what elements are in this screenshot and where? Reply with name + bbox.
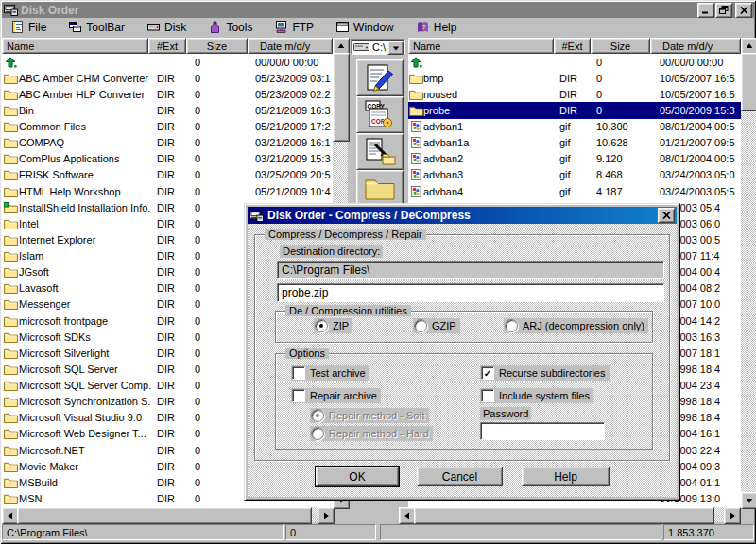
left-hscroll-right-button[interactable] xyxy=(318,507,335,524)
menu-help[interactable]: ?Help xyxy=(409,19,464,36)
directory-row[interactable]: FRISK SoftwareDIR003/25/2009 20:5 xyxy=(2,167,333,183)
options-group-label: Options xyxy=(285,348,329,359)
title-bar[interactable]: Disk Order xyxy=(2,2,754,18)
checkbox-test-archive[interactable]: Test archive xyxy=(291,366,369,381)
file-ext: DIR xyxy=(151,332,189,343)
folder-icon xyxy=(408,89,423,100)
checkbox-include-system-files[interactable]: Include system files xyxy=(480,388,593,403)
radio-zip[interactable]: ZIP xyxy=(314,318,352,333)
radio-repair-method-soft[interactable]: Repair method - Soft xyxy=(310,408,429,423)
move-button[interactable] xyxy=(356,133,404,170)
directory-row[interactable]: COMPAQDIR003/21/2009 16:1 xyxy=(2,135,333,151)
restore-button[interactable] xyxy=(715,3,732,18)
compress-group-label: Compress / Decompress / Repair xyxy=(265,229,426,240)
radio-gzip[interactable]: GZIP xyxy=(413,318,460,333)
drive-icon xyxy=(353,42,371,52)
menu-file[interactable]: File xyxy=(4,19,53,36)
drive-selector[interactable]: C:\ xyxy=(351,39,405,55)
file-name: HTML Help Workshop xyxy=(19,186,151,197)
file-size: 0 xyxy=(189,57,250,68)
file-size: 0 xyxy=(591,73,650,84)
file-ext: DIR xyxy=(151,493,189,504)
directory-row[interactable]: probeDIR005/30/2009 15:3 xyxy=(408,102,741,118)
radio-arj-decompression-only-[interactable]: ARJ (decompression only) xyxy=(504,318,648,333)
close-icon xyxy=(662,212,671,219)
directory-row[interactable]: BinDIR005/21/2009 16:3 xyxy=(2,102,333,118)
radio-repair-method-hard[interactable]: Repair method - Hard xyxy=(310,426,433,441)
directory-row[interactable]: bmpDIR010/05/2007 16:5 xyxy=(408,70,741,86)
right-column-header-ext[interactable]: #Ext xyxy=(554,38,591,54)
right-vscroll-track[interactable] xyxy=(741,53,756,492)
menu-label: FTP xyxy=(292,21,314,34)
directory-row[interactable]: HTML Help WorkshopDIR005/21/2009 10:4 xyxy=(2,183,333,199)
right-column-header-name[interactable]: Name xyxy=(408,38,554,54)
new-folder-button[interactable] xyxy=(356,170,404,207)
parent-directory-row[interactable]: 000/00/0 00:00 xyxy=(408,54,741,70)
drive-dropdown-button[interactable] xyxy=(387,41,404,55)
right-vscroll-thumb[interactable] xyxy=(741,53,756,111)
file-name: ABC Amber CHM Converter xyxy=(19,73,151,84)
radio-icon xyxy=(311,427,324,440)
left-column-header-date[interactable]: Date m/d/y xyxy=(248,38,333,54)
file-size: 0 xyxy=(189,137,250,148)
file-row[interactable]: advban4gif4.18703/24/2003 05:5 xyxy=(408,183,741,199)
close-icon xyxy=(740,7,748,14)
right-hscroll-thumb[interactable] xyxy=(414,507,714,524)
file-name: microsoft frontpage xyxy=(19,315,151,327)
archive-name-input[interactable] xyxy=(277,283,664,302)
directory-row[interactable]: ComPlus ApplicationsDIR003/21/2009 15:3 xyxy=(2,151,333,167)
directory-row[interactable]: Common FilesDIR005/21/2009 17:2 xyxy=(2,119,333,135)
directory-row[interactable]: nousedDIR010/05/2007 16:5 xyxy=(408,86,741,102)
checkbox-recurse-subdirectories[interactable]: ✓Recurse subdirectories xyxy=(480,366,610,381)
directory-row[interactable]: ABC Amber HLP ConverterDIR005/23/2009 02… xyxy=(2,86,333,102)
cancel-button[interactable]: Cancel xyxy=(417,467,503,486)
file-size: 0 xyxy=(189,234,250,246)
file-ext: DIR xyxy=(151,396,189,407)
menu-toolbar[interactable]: ToolBar xyxy=(61,19,131,36)
checkbox-label: Repair archive xyxy=(310,390,377,401)
file-size: 0 xyxy=(189,380,250,391)
file-row[interactable]: advban2gif9.12008/01/2004 00:5 xyxy=(408,151,741,167)
dialog-title-bar[interactable]: Disk Order - Compress / DeCompress xyxy=(248,207,677,224)
folder-icon xyxy=(2,332,19,343)
file-row[interactable]: advban1gif10.30008/01/2004 00:5 xyxy=(408,119,741,135)
file-row[interactable]: advban1agif10.62801/21/2007 09:5 xyxy=(408,135,741,151)
file-ext: DIR xyxy=(151,218,189,230)
menu-window[interactable]: Window xyxy=(329,19,401,36)
close-button[interactable] xyxy=(735,3,752,18)
file-name: Movie Maker xyxy=(19,461,151,472)
left-hscroll-thumb[interactable] xyxy=(17,507,312,524)
help-button[interactable]: Help xyxy=(522,467,610,486)
file-ext: gif xyxy=(554,169,591,180)
right-vscroll-down-button[interactable] xyxy=(741,492,756,509)
dialog-close-button[interactable] xyxy=(658,208,675,223)
right-hscroll-right-button[interactable] xyxy=(724,507,741,524)
file-name: advban1 xyxy=(423,121,554,132)
left-column-header-name[interactable]: Name xyxy=(2,38,148,54)
file-size: 0 xyxy=(591,105,650,116)
directory-row[interactable]: ABC Amber CHM ConverterDIR005/23/2009 03… xyxy=(2,70,333,86)
ok-button[interactable]: OK xyxy=(316,467,399,486)
checkbox-repair-archive[interactable]: Repair archive xyxy=(291,388,381,403)
right-column-header-size[interactable]: Size xyxy=(591,38,650,54)
folder-icon xyxy=(2,234,19,246)
file-size: 0 xyxy=(189,364,250,375)
left-vscroll-thumb[interactable] xyxy=(333,53,350,142)
folder-icon xyxy=(2,89,19,100)
file-ext: DIR xyxy=(151,348,189,359)
edit-button[interactable] xyxy=(356,60,404,96)
minimize-button[interactable] xyxy=(697,3,714,18)
file-size: 0 xyxy=(189,186,250,197)
radio-icon xyxy=(315,319,328,332)
left-column-header-ext[interactable]: #Ext xyxy=(148,38,186,54)
file-row[interactable]: advban3gif8.46803/24/2003 05:0 xyxy=(408,167,741,183)
password-input[interactable] xyxy=(480,422,605,440)
copy-button[interactable]: COPYCOPY xyxy=(356,96,404,133)
parent-directory-row[interactable]: 000/00/0 00:00 xyxy=(2,54,333,70)
right-column-header-date[interactable]: Date m/d/y xyxy=(650,38,741,54)
menu-disk[interactable]: Disk xyxy=(140,19,193,36)
menu-ftp[interactable]: FTP xyxy=(267,19,320,36)
file-date: 03/21/2009 16:1 xyxy=(250,137,333,148)
menu-tools[interactable]: Tools xyxy=(201,19,259,36)
left-column-header-size[interactable]: Size xyxy=(186,38,248,54)
